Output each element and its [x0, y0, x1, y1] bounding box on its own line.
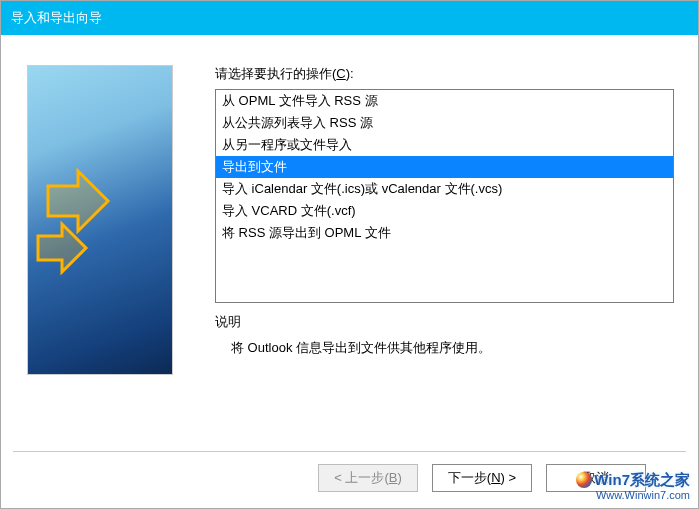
- back-prefix: < 上一步(: [334, 470, 389, 485]
- list-item[interactable]: 导入 VCARD 文件(.vcf): [216, 200, 673, 222]
- description-text: 将 Outlook 信息导出到文件供其他程序使用。: [215, 331, 674, 357]
- button-row: < 上一步(B) 下一步(N) > 取消: [1, 464, 698, 508]
- cancel-button[interactable]: 取消: [546, 464, 646, 492]
- window-title: 导入和导出向导: [11, 9, 102, 27]
- prompt-accel: C: [336, 66, 345, 81]
- description-label: 说明: [215, 313, 674, 331]
- wizard-sidebar-image: [27, 65, 173, 375]
- title-bar: 导入和导出向导: [1, 1, 698, 35]
- next-suffix: ) >: [501, 470, 517, 485]
- list-item[interactable]: 从公共源列表导入 RSS 源: [216, 112, 673, 134]
- list-item[interactable]: 从另一程序或文件导入: [216, 134, 673, 156]
- list-item[interactable]: 从 OPML 文件导入 RSS 源: [216, 90, 673, 112]
- back-suffix: ): [397, 470, 401, 485]
- prompt-suffix: ):: [346, 66, 354, 81]
- prompt-label: 请选择要执行的操作(C):: [215, 65, 674, 83]
- prompt-prefix: 请选择要执行的操作(: [215, 66, 336, 81]
- next-prefix: 下一步(: [448, 470, 491, 485]
- footer-separator: [13, 451, 686, 452]
- list-item[interactable]: 将 RSS 源导出到 OPML 文件: [216, 222, 673, 244]
- list-item[interactable]: 导出到文件: [216, 156, 673, 178]
- window-body: 请选择要执行的操作(C): 从 OPML 文件导入 RSS 源从公共源列表导入 …: [1, 35, 698, 508]
- main-content: 请选择要执行的操作(C): 从 OPML 文件导入 RSS 源从公共源列表导入 …: [215, 65, 674, 357]
- next-button[interactable]: 下一步(N) >: [432, 464, 532, 492]
- back-button: < 上一步(B): [318, 464, 418, 492]
- action-listbox[interactable]: 从 OPML 文件导入 RSS 源从公共源列表导入 RSS 源从另一程序或文件导…: [215, 89, 674, 303]
- list-item[interactable]: 导入 iCalendar 文件(.ics)或 vCalendar 文件(.vcs…: [216, 178, 673, 200]
- arrow-decoration-icon: [28, 66, 172, 374]
- wizard-window: 导入和导出向导 请选择要执行的操作(C): 从 OPML 文件导入 RSS 源从…: [0, 0, 699, 509]
- next-accel: N: [491, 470, 500, 485]
- footer: < 上一步(B) 下一步(N) > 取消: [1, 451, 698, 508]
